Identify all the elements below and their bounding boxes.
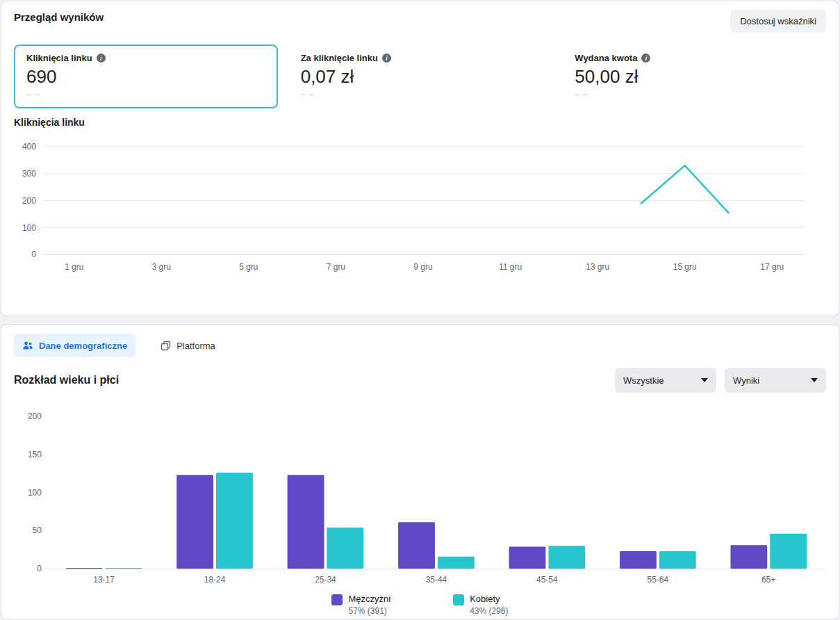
platform-icon [160,341,171,351]
legend-summary: 57% (391) [348,606,390,616]
metric-card-amount-spent[interactable]: Wydana kwota i 50,00 zł – – [562,44,826,108]
metric-value: 0,07 zł [301,66,540,88]
metric-sub: – – [575,90,814,99]
svg-text:11 gru: 11 gru [499,262,522,272]
svg-text:35-44: 35-44 [426,575,447,585]
tab-label: Platforma [176,341,215,351]
chevron-down-icon [701,378,708,382]
legend-label: Mężczyźni [348,594,390,604]
metric-sub: – – [26,90,265,99]
legend-summary: 43% (296) [470,606,508,616]
age-gender-bar-chart: 05010015020013-1718-2425-3435-4445-5455-… [14,401,826,592]
metric-cards-row: Kliknięcia linku i 690 – – Za kliknięcie… [14,44,826,108]
svg-text:3 gru: 3 gru [152,262,171,272]
info-icon[interactable]: i [97,54,106,63]
metric-label: Wydana kwota [575,53,637,63]
svg-text:150: 150 [28,450,42,459]
link-clicks-line-chart: 01002003004001 gru3 gru5 gru7 gru9 gru11… [14,135,826,279]
breakdown-tabs: Dane demograficzne Platforma [14,333,826,358]
tab-demographics[interactable]: Dane demograficzne [14,334,135,357]
overview-header: Przegląd wyników Dostosuj wskaźniki [14,10,826,38]
metric-value: 50,00 zł [575,66,814,88]
svg-text:15 gru: 15 gru [673,262,697,272]
svg-text:0: 0 [37,564,42,573]
svg-text:300: 300 [22,169,36,179]
legend-label: Kobiety [470,594,508,604]
svg-text:18-24: 18-24 [204,575,226,585]
dropdown-value: Wyniki [733,375,759,386]
svg-text:55-64: 55-64 [648,575,669,585]
dropdown-value: Wszystkie [623,375,664,386]
tab-label: Dane demograficzne [39,341,127,351]
legend-item-men: Mężczyźni 57% (391) [331,594,390,616]
svg-text:25-34: 25-34 [315,575,336,585]
legend-swatch-men [331,594,343,605]
audience-filter-dropdown[interactable]: Wszystkie [615,368,716,393]
line-chart-title: Kliknięcia linku [14,117,826,131]
svg-text:200: 200 [22,196,36,206]
metric-filter-dropdown[interactable]: Wyniki [725,368,826,393]
demographics-panel: Dane demograficzne Platforma Rozkład wie… [1,324,839,619]
svg-text:45-54: 45-54 [536,575,558,585]
svg-text:65+: 65+ [761,575,775,585]
svg-text:7 gru: 7 gru [327,262,345,272]
metric-sub: – – [301,90,540,99]
svg-text:13-17: 13-17 [93,575,115,585]
svg-text:100: 100 [22,223,36,233]
info-icon[interactable]: i [382,54,391,63]
results-overview-panel: Przegląd wyników Dostosuj wskaźniki Klik… [1,1,839,316]
chart-legend: Mężczyźni 57% (391) Kobiety 43% (296) [14,594,826,616]
metric-value: 690 [26,66,265,88]
svg-text:400: 400 [22,142,36,152]
chevron-down-icon [811,378,818,382]
legend-swatch-women [453,594,464,605]
metric-card-link-clicks[interactable]: Kliknięcia linku i 690 – – [14,44,278,108]
people-icon [22,340,33,351]
metric-card-cost-per-click[interactable]: Za kliknięcie linku i 0,07 zł – – [288,44,552,108]
svg-text:13 gru: 13 gru [586,262,609,272]
metric-label: Kliknięcia linku [26,53,92,63]
svg-text:1 gru: 1 gru [65,262,83,272]
metric-label: Za kliknięcie linku [301,53,378,63]
svg-text:50: 50 [33,526,42,536]
customize-metrics-button[interactable]: Dostosuj wskaźniki [730,10,826,33]
chart-filters: Wszystkie Wyniki [615,368,826,393]
bar-chart-header: Rozkład wieku i płci Wszystkie Wyniki [14,368,826,393]
svg-text:100: 100 [28,488,42,498]
svg-text:9 gru: 9 gru [413,262,432,272]
svg-text:200: 200 [28,411,42,421]
svg-text:5 gru: 5 gru [239,262,258,272]
tab-platform[interactable]: Platforma [152,334,224,357]
age-gender-heading: Rozkład wieku i płci [14,374,119,386]
svg-text:0: 0 [31,250,36,259]
legend-item-women: Kobiety 43% (296) [453,594,508,616]
overview-title: Przegląd wyników [14,10,104,23]
info-icon[interactable]: i [641,54,650,63]
svg-text:17 gru: 17 gru [760,262,784,272]
